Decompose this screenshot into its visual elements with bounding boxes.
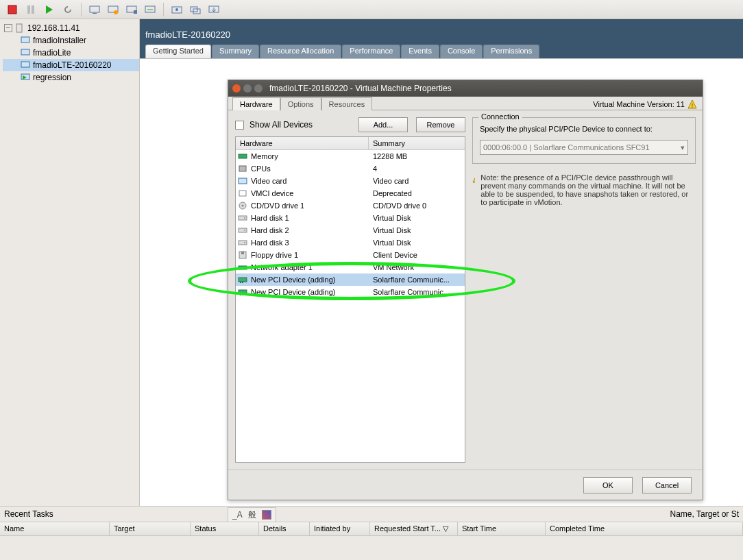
pci-icon: [236, 276, 249, 284]
svg-point-12: [175, 8, 178, 11]
maximize-icon[interactable]: [254, 84, 263, 93]
hardware-row[interactable]: VMCI deviceDeprecated: [236, 187, 465, 199]
play-icon[interactable]: [41, 1, 58, 18]
minimize-icon[interactable]: [243, 84, 252, 93]
svg-rect-0: [8, 5, 16, 14]
cancel-button[interactable]: Cancel: [642, 477, 692, 494]
hardware-row[interactable]: Hard disk 1Virtual Disk: [236, 212, 465, 224]
pci-device-combo[interactable]: 0000:06:00.0 | Solarflare Communications…: [480, 140, 688, 155]
tab-summary[interactable]: Summary: [212, 45, 259, 58]
main-toolbar: [0, 0, 743, 19]
col-start-time[interactable]: Start Time: [458, 522, 546, 535]
col-status[interactable]: Status: [191, 522, 259, 535]
tab-permissions[interactable]: Permissions: [483, 45, 539, 58]
content-tabs: Getting Started Summary Resource Allocat…: [140, 45, 743, 58]
tab-performance[interactable]: Performance: [342, 45, 400, 58]
col-initiated-by[interactable]: Initiated by: [310, 522, 370, 535]
vm-icon: [21, 48, 30, 58]
ok-button[interactable]: OK: [583, 477, 633, 494]
chevron-down-icon: ▾: [681, 143, 685, 152]
inventory-tree: − 192.168.11.41 fmadioInstaller fmadioLi…: [0, 19, 140, 506]
svg-rect-2: [32, 5, 34, 14]
tab-getting-started[interactable]: Getting Started: [145, 45, 211, 58]
add-button[interactable]: Add...: [358, 117, 408, 132]
svg-rect-1: [27, 5, 30, 14]
hardware-name: New PCI Device (adding): [249, 288, 369, 296]
hardware-row[interactable]: Hard disk 2Virtual Disk: [236, 224, 465, 236]
hardware-row[interactable]: Network adapter 1VM Network: [236, 261, 465, 273]
dialog-tab-options[interactable]: Options: [280, 97, 321, 110]
col-target[interactable]: Target: [110, 522, 191, 535]
vm-icon[interactable]: [105, 1, 121, 18]
show-all-devices-checkbox[interactable]: [235, 121, 244, 130]
tab-events[interactable]: Events: [401, 45, 439, 58]
hardware-row[interactable]: Hard disk 3Virtual Disk: [236, 236, 465, 249]
col-details[interactable]: Details: [259, 522, 310, 535]
hardware-row[interactable]: Video cardVideo card: [236, 175, 465, 187]
tree-item[interactable]: regression: [3, 71, 139, 84]
hdd-icon: [236, 214, 249, 222]
close-icon[interactable]: [232, 84, 241, 93]
hardware-row[interactable]: New PCI Device (adding)Solarflare Commun…: [236, 286, 465, 298]
vm-export-icon[interactable]: [206, 1, 222, 18]
ime-settings-icon[interactable]: [262, 510, 271, 520]
remove-button[interactable]: Remove: [416, 117, 465, 132]
hardware-row[interactable]: New PCI Device (adding)Solarflare Commun…: [236, 273, 465, 286]
pci-icon: [236, 288, 249, 296]
hardware-summary: Virtual Disk: [369, 214, 465, 222]
pause-icon[interactable]: [23, 1, 39, 18]
svg-rect-18: [21, 49, 29, 55]
dialog-tab-hardware[interactable]: Hardware: [232, 97, 280, 110]
tree-item[interactable]: fmadioLite: [3, 47, 139, 59]
col-requested[interactable]: Requested Start T... ▽: [370, 522, 458, 535]
svg-point-7: [114, 10, 118, 14]
hardware-row[interactable]: Memory12288 MB: [236, 150, 465, 162]
vm-icon[interactable]: [123, 1, 140, 18]
svg-marker-45: [473, 174, 475, 182]
vm-icon[interactable]: [86, 1, 103, 18]
hardware-table: Hardware Summary Memory12288 MBCPUs4Vide…: [235, 136, 465, 463]
host-icon: [15, 23, 25, 33]
show-all-devices-label: Show All Devices: [249, 120, 313, 130]
svg-rect-26: [239, 178, 247, 184]
vm-properties-dialog: fmadioLTE-20160220 - Virtual Machine Pro…: [228, 80, 703, 500]
col-name[interactable]: Name: [0, 522, 110, 535]
dialog-titlebar[interactable]: fmadioLTE-20160220 - Virtual Machine Pro…: [228, 80, 703, 97]
col-hardware[interactable]: Hardware: [236, 137, 369, 149]
ime-mode-general[interactable]: 般: [248, 509, 256, 521]
col-summary[interactable]: Summary: [369, 137, 465, 149]
hardware-summary: Virtual Disk: [369, 239, 465, 247]
hardware-summary: 12288 MB: [369, 152, 465, 160]
ime-toolbar[interactable]: _A 般: [228, 507, 276, 522]
tab-console[interactable]: Console: [440, 45, 483, 58]
tree-root[interactable]: − 192.168.11.41: [3, 22, 139, 34]
tab-resource-allocation[interactable]: Resource Allocation: [260, 45, 341, 58]
hardware-name: Hard disk 2: [249, 226, 369, 234]
tree-root-label: 192.168.11.41: [27, 23, 80, 33]
snapshot-manage-icon[interactable]: [187, 1, 204, 18]
hardware-summary: Solarflare Communic...: [369, 288, 465, 296]
ime-mode-a[interactable]: _A: [232, 510, 243, 520]
hardware-row[interactable]: CD/DVD drive 1CD/DVD drive 0: [236, 199, 465, 212]
col-completed[interactable]: Completed Time: [546, 522, 743, 535]
svg-rect-16: [16, 24, 22, 32]
vm-running-icon: [21, 73, 30, 82]
collapse-icon[interactable]: −: [4, 24, 12, 32]
svg-rect-40: [240, 282, 241, 283]
svg-rect-41: [242, 282, 243, 283]
hdd-icon: [236, 226, 249, 234]
hardware-row[interactable]: CPUs4: [236, 162, 465, 175]
vm-icon[interactable]: [142, 1, 158, 18]
mem-icon: [236, 152, 249, 160]
sort-desc-icon: ▽: [443, 524, 448, 533]
svg-rect-30: [239, 216, 247, 220]
floppy-icon: [236, 251, 249, 259]
hardware-row[interactable]: Floppy drive 1Client Device: [236, 249, 465, 261]
refresh-icon[interactable]: [60, 1, 76, 18]
snapshot-icon[interactable]: [169, 1, 185, 18]
tree-item-selected[interactable]: fmadioLTE-20160220: [3, 59, 139, 71]
dialog-tab-resources[interactable]: Resources: [321, 97, 373, 110]
tree-item[interactable]: fmadioInstaller: [3, 34, 139, 47]
svg-rect-24: [239, 154, 247, 158]
stop-icon[interactable]: [4, 1, 21, 18]
